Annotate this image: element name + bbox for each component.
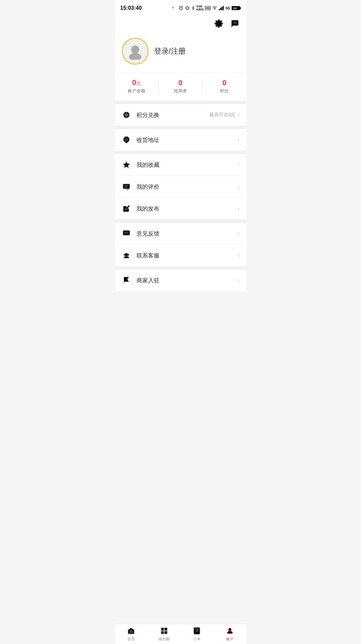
- svg-line-4: [179, 6, 180, 6]
- city-circle-icon: [160, 626, 169, 635]
- bottom-navigation: 首页 城市圈 订单 账户: [115, 624, 246, 644]
- 5g-label: 5G: [225, 6, 230, 10]
- svg-point-20: [233, 23, 234, 23]
- svg-rect-44: [164, 631, 167, 634]
- stat-coupon[interactable]: 0 抵用券: [159, 79, 202, 94]
- home-icon: [127, 626, 136, 635]
- gear-icon: [214, 19, 223, 28]
- menu-label-feedback: 意见反馈: [137, 230, 238, 238]
- profile-section: 登录/注册: [115, 32, 246, 73]
- menu-section-points: 积分兑换 最高可兑0元 ›: [115, 104, 246, 126]
- stat-balance-number: 0元: [132, 79, 141, 87]
- vibrate-icon: [185, 6, 190, 10]
- star-icon: [122, 160, 131, 170]
- account-nav-icon: [225, 626, 234, 635]
- nav-item-account[interactable]: 账户: [213, 624, 246, 644]
- section-gap-5: [115, 266, 246, 270]
- svg-rect-42: [164, 628, 167, 631]
- svg-rect-12: [221, 7, 222, 10]
- svg-rect-14: [223, 6, 224, 10]
- nav-label-city-circle: 城市圈: [158, 637, 170, 642]
- menu-label-favorites: 我的收藏: [137, 161, 238, 169]
- stat-points-label: 积分: [220, 88, 229, 94]
- message-icon: [231, 19, 239, 28]
- wifi-icon: [212, 6, 217, 10]
- menu-item-favorites[interactable]: 我的收藏 ›: [115, 154, 246, 176]
- alarm-icon: [178, 5, 184, 11]
- bottom-padding: [115, 291, 246, 315]
- bluetooth-icon: [191, 6, 195, 10]
- avatar-icon: [127, 43, 144, 60]
- svg-rect-41: [161, 628, 164, 631]
- stat-coupon-number: 0: [178, 79, 182, 87]
- address-icon: [122, 135, 131, 145]
- nav-item-orders[interactable]: 订单: [181, 624, 214, 644]
- menu-item-points-exchange[interactable]: 积分兑换 最高可兑0元 ›: [115, 104, 246, 126]
- menu-section-support: 意见反馈 › 联系客服 ›: [115, 223, 246, 266]
- section-gap-4: [115, 219, 246, 223]
- svg-point-26: [126, 114, 127, 116]
- menu-item-feedback[interactable]: 意见反馈 ›: [115, 223, 246, 245]
- menu-label-merchant: 商家入驻: [137, 277, 238, 284]
- nav-item-city-circle[interactable]: 城市圈: [148, 624, 181, 644]
- section-gap-2: [115, 126, 246, 129]
- signal-5g-icon: [219, 6, 224, 10]
- nav-label-orders: 订单: [193, 637, 201, 642]
- svg-text:N: N: [172, 6, 174, 9]
- menu-section-user-actions: 我的收藏 › 我的评价 › 我的发布 ›: [115, 154, 246, 219]
- nav-item-home[interactable]: 首页: [115, 624, 148, 644]
- nav-label-home: 首页: [127, 637, 135, 642]
- login-register-text[interactable]: 登录/注册: [154, 46, 186, 56]
- arrow-icon-service: ›: [238, 252, 239, 258]
- svg-line-5: [182, 6, 183, 6]
- edit-icon: [122, 204, 131, 213]
- settings-button[interactable]: [213, 18, 225, 30]
- nfc-icon: N: [172, 6, 177, 10]
- menu-item-reviews[interactable]: 我的评价 ›: [115, 176, 246, 198]
- arrow-icon-reviews: ›: [238, 184, 239, 190]
- svg-point-47: [229, 628, 231, 631]
- svg-rect-11: [220, 8, 220, 10]
- arrow-icon-feedback: ›: [238, 231, 239, 237]
- menu-meta-points: 最高可兑0元: [209, 112, 236, 118]
- review-icon: [122, 182, 131, 191]
- orders-icon: [192, 626, 201, 635]
- menu-section-merchant: 商家入驻 ›: [115, 270, 246, 291]
- menu-label-reviews: 我的评价: [137, 183, 238, 191]
- menu-label-points-exchange: 积分兑换: [137, 111, 210, 119]
- svg-rect-33: [123, 184, 130, 189]
- svg-rect-10: [219, 9, 219, 10]
- section-gap-1: [115, 101, 246, 104]
- stat-balance[interactable]: 0元 账户余额: [115, 79, 158, 94]
- menu-item-service[interactable]: 联系客服 ›: [115, 245, 246, 266]
- stat-points-number: 0: [222, 79, 227, 87]
- points-icon: [122, 110, 131, 120]
- menu-item-merchant[interactable]: 商家入驻 ›: [115, 270, 246, 291]
- svg-point-9: [214, 9, 215, 9]
- feedback-icon: [122, 229, 131, 238]
- flag-icon: [122, 276, 131, 285]
- svg-marker-32: [123, 161, 130, 168]
- arrow-icon-publish: ›: [238, 206, 239, 212]
- svg-point-24: [129, 53, 141, 60]
- arrow-icon-points: ›: [238, 112, 239, 118]
- menu-label-address: 收货地址: [137, 136, 238, 144]
- status-time: 15:03:40: [120, 5, 142, 11]
- arrow-icon-address: ›: [238, 137, 239, 143]
- status-bar: 15:03:40 N 5.00KB/S HD 5G 100: [115, 0, 246, 15]
- avatar[interactable]: [122, 38, 149, 65]
- hd-indicator: HD: [205, 6, 211, 10]
- status-icons: N 5.00KB/S HD 5G 100: [172, 5, 241, 11]
- message-button[interactable]: [229, 18, 241, 30]
- menu-item-publish[interactable]: 我的发布 ›: [115, 198, 246, 219]
- svg-text:100: 100: [233, 7, 237, 9]
- menu-item-address[interactable]: 收货地址 ›: [115, 129, 246, 151]
- stat-points[interactable]: 0 积分: [203, 79, 246, 94]
- svg-rect-16: [240, 7, 241, 9]
- svg-point-21: [234, 23, 235, 23]
- svg-rect-43: [161, 631, 164, 634]
- menu-label-publish: 我的发布: [137, 205, 238, 213]
- menu-section-address: 收货地址 ›: [115, 129, 246, 151]
- svg-rect-6: [186, 6, 188, 9]
- section-gap-3: [115, 151, 246, 154]
